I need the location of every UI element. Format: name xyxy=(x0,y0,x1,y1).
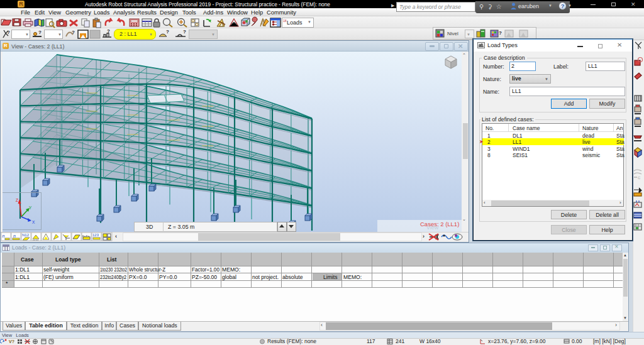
svg-text:?: ? xyxy=(72,30,75,35)
svg-text:241: 241 xyxy=(396,338,404,344)
svg-text:Limits: Limits xyxy=(323,274,337,280)
svg-text:not project.: not project. xyxy=(252,274,279,280)
svg-text:117: 117 xyxy=(367,338,375,344)
svg-text:N12: N12 xyxy=(22,233,30,237)
svg-text:Whole structur-Z: Whole structur-Z xyxy=(129,266,165,273)
svg-text:?: ? xyxy=(166,29,169,35)
svg-text:n: n xyxy=(3,234,5,238)
svg-text:Z: Z xyxy=(16,198,18,202)
svg-text:Load type: Load type xyxy=(55,256,81,263)
svg-text:Factor=1.00: Factor=1.00 xyxy=(192,266,219,273)
svg-text:MEMO:: MEMO: xyxy=(222,266,240,273)
svg-text:1:DL1: 1:DL1 xyxy=(15,266,30,273)
svg-text:PX=0.0: PX=0.0 xyxy=(129,274,147,280)
svg-text:Y: Y xyxy=(29,205,32,210)
svg-text:PY=0.0: PY=0.0 xyxy=(159,274,177,280)
svg-text:X: X xyxy=(32,220,35,224)
svg-text:List: List xyxy=(107,256,116,263)
svg-text:?: ? xyxy=(183,29,186,35)
svg-text:C: C xyxy=(638,176,641,180)
svg-text:?: ? xyxy=(107,28,110,34)
svg-text:Case: Case xyxy=(21,256,34,263)
svg-text:MEMO:: MEMO: xyxy=(343,274,362,280)
svg-text:global: global xyxy=(222,274,236,280)
svg-text:W 16x40: W 16x40 xyxy=(419,338,441,344)
svg-text:[m] [kN] [Deg]: [m] [kN] [Deg] xyxy=(593,338,626,344)
svg-text:?: ? xyxy=(38,30,42,35)
svg-text:1:DL1: 1:DL1 xyxy=(15,274,30,280)
svg-text:123: 123 xyxy=(92,233,99,237)
svg-text:232to240By2: 232to240By2 xyxy=(100,274,126,280)
svg-text:0.00: 0.00 xyxy=(572,338,582,344)
svg-text:(FE) uniform: (FE) uniform xyxy=(43,274,74,280)
svg-text:n: n xyxy=(13,234,16,238)
svg-text:?: ? xyxy=(7,30,10,35)
svg-text:V?: V? xyxy=(9,339,14,344)
svg-text:absolute: absolute xyxy=(282,274,303,280)
svg-text:x=23.76, y=7.60, z=9.00: x=23.76, y=7.60, z=9.00 xyxy=(488,338,546,344)
svg-text:?: ? xyxy=(499,30,502,36)
svg-text:self-weight: self-weight xyxy=(43,266,70,273)
svg-text:PZ=-50.00: PZ=-50.00 xyxy=(192,274,217,280)
svg-text:1to230 232to2: 1to230 232to2 xyxy=(100,266,127,273)
svg-text:Results (FEM): none: Results (FEM): none xyxy=(267,338,316,344)
svg-text:*: * xyxy=(6,280,8,287)
